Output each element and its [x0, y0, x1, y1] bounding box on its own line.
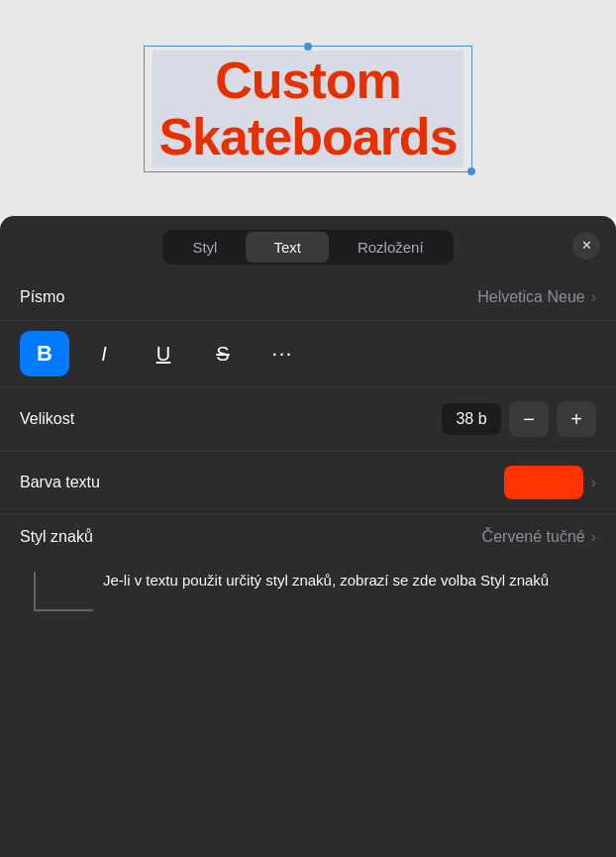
close-button[interactable]: ✕ [572, 232, 600, 260]
color-swatch[interactable] [504, 466, 583, 499]
canvas-title: Custom Skateboards [153, 51, 462, 167]
font-chevron-icon: › [591, 288, 596, 306]
style-chevron-icon: › [591, 528, 596, 546]
annotation-line [20, 572, 93, 611]
style-row[interactable]: Styl znaků Červené tučné › [0, 514, 616, 560]
font-label: Písmo [20, 288, 477, 306]
format-row: B I U S ··· [0, 321, 616, 387]
size-value: 38 b [442, 403, 501, 435]
size-label: Velikost [20, 410, 442, 428]
annotation-horizontal-line [34, 609, 93, 611]
font-row[interactable]: Písmo Helvetica Neue › [0, 274, 616, 321]
more-button[interactable]: ··· [257, 331, 307, 376]
tab-text[interactable]: Text [246, 232, 329, 263]
size-decrease-button[interactable]: − [509, 401, 549, 437]
selection-box: Custom Skateboards [144, 46, 471, 172]
size-control: 38 b − + [442, 401, 596, 437]
panel-content: Písmo Helvetica Neue › B I U S ··· Velik… [0, 274, 616, 631]
style-value: Červené tučné [482, 528, 585, 546]
panel: Styl Text Rozložení ✕ Písmo Helvetica Ne… [0, 216, 616, 857]
bold-button[interactable]: B [20, 331, 69, 376]
size-increase-button[interactable]: + [557, 401, 596, 437]
color-row[interactable]: Barva textu › [0, 452, 616, 514]
strikethrough-button[interactable]: S [198, 331, 248, 376]
color-label: Barva textu [20, 474, 504, 491]
underline-button[interactable]: U [139, 331, 188, 376]
text-box[interactable]: Custom Skateboards [144, 46, 471, 172]
color-chevron-icon: › [591, 474, 596, 491]
tab-rozlozeni[interactable]: Rozložení [330, 232, 452, 263]
annotation-area: Je-li v textu použit určitý styl znaků, … [0, 560, 616, 621]
italic-button[interactable]: I [79, 331, 129, 376]
canvas-area: Custom Skateboards [0, 0, 616, 218]
size-row: Velikost 38 b − + [0, 387, 616, 452]
tabs-bar: Styl Text Rozložení ✕ [0, 216, 616, 274]
annotation-vertical-line [34, 572, 36, 609]
font-value: Helvetica Neue [477, 288, 585, 306]
style-label: Styl znaků [20, 528, 482, 546]
annotation-text: Je-li v textu použit určitý styl znaků, … [103, 570, 596, 592]
tabs-group: Styl Text Rozložení [162, 230, 453, 265]
tab-styl[interactable]: Styl [164, 232, 245, 263]
